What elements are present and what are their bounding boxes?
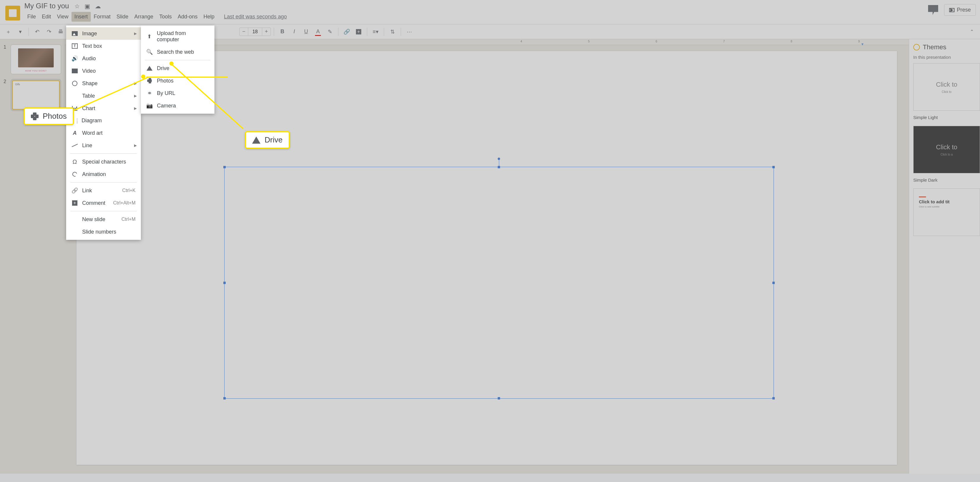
submenu-arrow-icon: ▶	[134, 144, 137, 147]
video-icon	[72, 69, 78, 73]
new-slide-dropdown[interactable]: ▾	[15, 26, 25, 37]
resize-handle[interactable]	[498, 166, 500, 168]
print-button[interactable]: 🖶	[56, 26, 66, 37]
insert-image-item[interactable]: Image ▶	[66, 27, 141, 40]
header: My GIF to you ☆ ▣ ☁ File Edit View Inser…	[0, 0, 980, 24]
menu-divider	[70, 153, 137, 154]
last-edit-link[interactable]: Last edit was seconds ago	[224, 14, 287, 20]
comments-icon[interactable]	[928, 5, 938, 15]
annotation-line	[146, 77, 228, 78]
move-folder-icon[interactable]: ▣	[84, 3, 90, 10]
insert-link-item[interactable]: Link Ctrl+K	[66, 184, 141, 197]
resize-handle[interactable]	[498, 397, 500, 399]
menu-edit[interactable]: Edit	[39, 12, 54, 22]
theme-card-title: Click to add tit	[919, 199, 950, 204]
resize-handle[interactable]	[772, 397, 775, 399]
present-button[interactable]: Prese	[944, 4, 976, 16]
menu-slide[interactable]: Slide	[114, 12, 131, 22]
slide-thumb-1[interactable]: HOW YOU DOIN?	[11, 45, 61, 74]
line-spacing-button[interactable]: ⇅	[387, 26, 398, 37]
menu-file[interactable]: File	[24, 12, 39, 22]
insert-link-button[interactable]: 🔗	[341, 26, 352, 37]
menu-divider	[145, 60, 210, 60]
theme-card-simple-light[interactable]: Click to Click to	[913, 63, 980, 111]
star-icon[interactable]: ☆	[75, 3, 80, 10]
menu-label: Diagram	[81, 118, 102, 124]
theme-card-title: Click to	[936, 81, 957, 88]
insert-diagram-item[interactable]: Diagram	[66, 115, 141, 127]
insert-comment-item[interactable]: + Comment Ctrl+Alt+M	[66, 197, 141, 209]
insert-audio-item[interactable]: Audio	[66, 52, 141, 65]
image-icon	[72, 31, 78, 36]
image-upload-item[interactable]: Upload from computer	[141, 27, 215, 46]
ruler-mark: 5	[588, 40, 590, 43]
text-color-button[interactable]: A	[313, 26, 323, 37]
undo-button[interactable]: ↶	[32, 26, 42, 37]
insert-special-chars-item[interactable]: Special characters	[66, 155, 141, 168]
audio-icon	[72, 55, 78, 62]
font-size-value[interactable]: 18	[248, 28, 262, 36]
slide-thumb-2-selected[interactable]: Gifs	[11, 79, 61, 111]
underline-button[interactable]: U	[301, 26, 312, 37]
thumb-number: 1	[3, 45, 8, 74]
menu-tools[interactable]: Tools	[156, 12, 175, 22]
resize-handle[interactable]	[223, 166, 226, 168]
collapse-toolbar-icon[interactable]: ⌃	[966, 26, 977, 37]
themes-panel: Themes In this presentation Click to Cli…	[909, 39, 980, 474]
menu-help[interactable]: Help	[200, 12, 217, 22]
menu-addons[interactable]: Add-ons	[175, 12, 200, 22]
font-size-increase[interactable]: +	[262, 29, 270, 35]
menu-view[interactable]: View	[54, 12, 72, 22]
image-drive-item[interactable]: Drive	[141, 62, 215, 75]
line-icon	[72, 144, 78, 147]
submenu-arrow-icon: ▶	[134, 32, 137, 36]
italic-button[interactable]: I	[289, 26, 299, 37]
slides-logo-icon[interactable]	[5, 6, 20, 21]
bold-button[interactable]: B	[277, 26, 288, 37]
theme-card-3[interactable]: Click to add tit Click to add subtitle	[913, 188, 980, 236]
wordart-icon: A	[72, 130, 78, 136]
theme-card-sub: Click to add subtitle	[919, 205, 939, 208]
resize-handle[interactable]	[223, 282, 226, 284]
themes-subtitle: In this presentation	[913, 54, 980, 60]
callout-label: Photos	[43, 112, 67, 121]
insert-new-slide-item[interactable]: New slide Ctrl+M	[66, 213, 141, 225]
annotation-dot	[141, 75, 145, 79]
font-size-decrease[interactable]: −	[240, 29, 248, 35]
selection-box[interactable]	[224, 167, 774, 399]
new-slide-button[interactable]: ＋	[3, 26, 14, 37]
insert-slide-numbers-item[interactable]: Slide numbers	[66, 225, 141, 238]
menu-format[interactable]: Format	[91, 12, 114, 22]
insert-comment-button[interactable]: +	[353, 26, 364, 37]
ruler-mark: 8	[791, 40, 792, 43]
menu-label: Link	[82, 188, 92, 194]
photos-icon	[31, 112, 38, 120]
resize-handle[interactable]	[772, 282, 775, 284]
thumb-text: Gifs	[15, 83, 20, 86]
align-button[interactable]: ≡▾	[370, 26, 381, 37]
theme-card-simple-dark[interactable]: Click to Click to a	[913, 126, 980, 173]
insert-wordart-item[interactable]: A Word art	[66, 127, 141, 139]
ruler-mark: 4	[520, 40, 522, 43]
doc-title[interactable]: My GIF to you	[24, 2, 69, 10]
menu-insert[interactable]: Insert	[72, 12, 91, 22]
redo-button[interactable]: ↷	[44, 26, 54, 37]
image-camera-item[interactable]: Camera	[141, 99, 215, 112]
insert-line-item[interactable]: Line ▶	[66, 139, 141, 152]
more-tools-button[interactable]: ⋯	[404, 26, 415, 37]
insert-table-item[interactable]: Table ▶	[66, 89, 141, 102]
insert-video-item[interactable]: Video	[66, 65, 141, 77]
indent-marker-icon[interactable]: ▼	[861, 42, 864, 46]
insert-animation-item[interactable]: Animation	[66, 168, 141, 180]
resize-handle[interactable]	[772, 166, 775, 168]
blank-icon	[72, 228, 78, 235]
callout-drive: Drive	[245, 131, 290, 149]
menu-arrange[interactable]: Arrange	[131, 12, 156, 22]
image-search-web-item[interactable]: Search the web	[141, 46, 215, 58]
rotation-handle[interactable]	[498, 158, 500, 160]
highlight-color-button[interactable]: ✎	[325, 26, 335, 37]
insert-shape-item[interactable]: Shape ▶	[66, 77, 141, 89]
shape-icon	[72, 81, 77, 86]
resize-handle[interactable]	[223, 397, 226, 399]
insert-textbox-item[interactable]: T Text box	[66, 40, 141, 52]
